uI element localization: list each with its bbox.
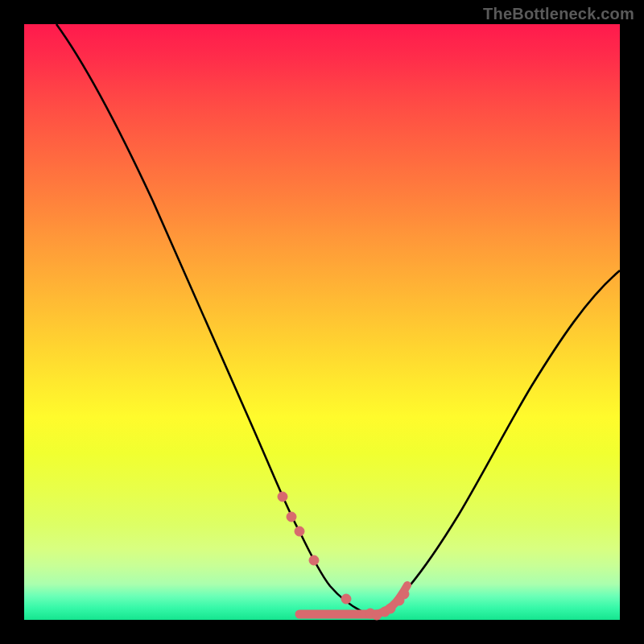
bottleneck-curve-plot — [24, 24, 620, 620]
marker-dot — [295, 526, 304, 536]
valley-marker-group — [278, 492, 409, 620]
left-curve — [56, 24, 374, 615]
marker-dot — [341, 594, 351, 604]
marker-dot — [287, 512, 296, 522]
marker-dot — [309, 555, 319, 565]
marker-dot — [278, 492, 287, 502]
chart-stage: TheBottleneck.com — [0, 0, 644, 644]
marker-dot — [386, 604, 395, 613]
watermark-text: TheBottleneck.com — [483, 5, 634, 23]
marker-dot — [399, 589, 409, 599]
right-curve — [374, 270, 620, 615]
